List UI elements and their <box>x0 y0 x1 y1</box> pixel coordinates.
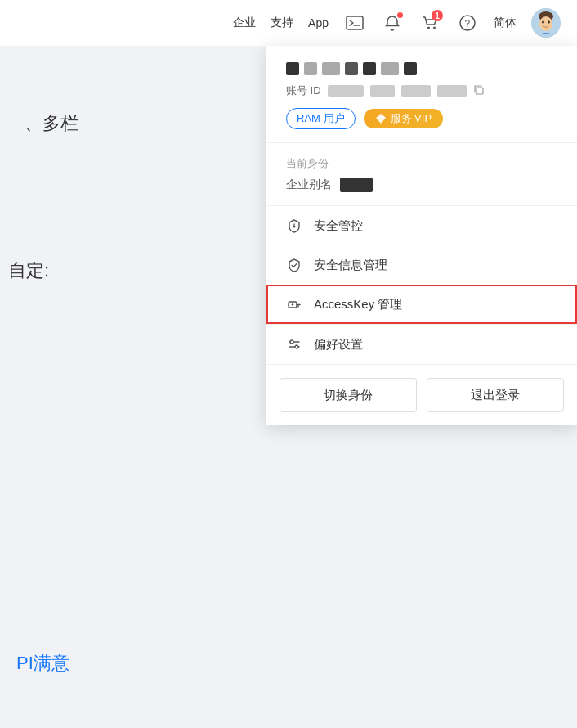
masked-id-3 <box>401 85 431 97</box>
svg-point-22 <box>290 340 293 344</box>
avatar[interactable] <box>531 8 561 38</box>
accesskey-label: AccessKey 管理 <box>314 297 402 312</box>
bell-dot <box>397 12 403 18</box>
menu-item-security-control[interactable]: 安全管控 <box>266 206 577 245</box>
key-icon <box>286 296 302 312</box>
vip-badge: 服务 VIP <box>364 109 444 128</box>
account-blocks-row <box>286 62 557 75</box>
block5 <box>363 62 376 75</box>
svg-rect-11 <box>476 88 483 94</box>
masked-id-1 <box>328 85 364 97</box>
shield-check-icon <box>286 257 302 273</box>
svg-point-19 <box>292 303 293 305</box>
diamond-icon <box>375 113 387 124</box>
nav-enterprise[interactable]: 企业 <box>233 16 256 30</box>
block4 <box>345 62 358 75</box>
bg-text-1: 、多栏 <box>25 111 78 136</box>
enterprise-alias-label: 企业别名 <box>286 178 332 192</box>
ram-user-badge: RAM 用户 <box>286 108 356 129</box>
cart-badge: 1 <box>432 10 443 21</box>
settings-icon <box>286 336 302 353</box>
block2 <box>304 62 317 75</box>
identity-section: 当前身份 企业别名 <box>266 143 577 206</box>
account-id-label: 账号 ID <box>286 83 321 98</box>
current-identity-label: 当前身份 <box>286 156 557 171</box>
nav-app[interactable]: App <box>308 16 329 29</box>
enterprise-alias-value <box>340 178 373 192</box>
masked-id-4 <box>437 85 467 97</box>
preferences-section: 偏好设置 <box>266 325 577 365</box>
svg-point-9 <box>542 21 544 24</box>
svg-point-23 <box>295 345 298 348</box>
menu-item-preferences[interactable]: 偏好设置 <box>266 325 577 364</box>
account-section: 账号 ID RAM 用户 服务 VIP <box>266 46 577 143</box>
terminal-icon[interactable] <box>343 11 366 34</box>
svg-marker-13 <box>381 114 386 119</box>
switch-identity-button[interactable]: 切换身份 <box>280 378 417 412</box>
block6 <box>381 62 399 75</box>
cart-icon[interactable]: 1 <box>418 11 441 34</box>
svg-point-10 <box>548 21 550 24</box>
bottom-buttons: 切换身份 退出登录 <box>266 365 577 425</box>
nav-lang[interactable]: 简体 <box>494 16 517 30</box>
bell-icon[interactable] <box>381 11 404 34</box>
account-id-row: 账号 ID <box>286 83 557 98</box>
block7 <box>404 62 417 75</box>
top-nav: 企业 支持 App 1 ? <box>0 0 577 46</box>
svg-rect-0 <box>347 16 363 29</box>
block3 <box>322 62 340 75</box>
identity-row: 企业别名 <box>286 178 557 192</box>
shield-icon <box>286 218 302 234</box>
svg-point-2 <box>427 27 430 29</box>
logout-button[interactable]: 退出登录 <box>427 378 564 412</box>
svg-point-8 <box>539 16 552 31</box>
menu-item-security-info[interactable]: 安全信息管理 <box>266 245 577 285</box>
block1 <box>286 62 299 75</box>
nav-support[interactable]: 支持 <box>271 16 293 30</box>
svg-text:?: ? <box>465 18 471 29</box>
user-dropdown: 账号 ID RAM 用户 服务 VIP <box>266 46 577 425</box>
help-icon[interactable]: ? <box>456 11 479 34</box>
menu-item-accesskey[interactable]: AccessKey 管理 <box>266 285 577 324</box>
bg-text-blue: PI满意 <box>16 651 69 676</box>
copy-icon[interactable] <box>473 84 485 98</box>
bg-text-2: 自定: <box>8 258 49 283</box>
svg-point-3 <box>433 27 436 29</box>
security-control-label: 安全管控 <box>314 218 363 234</box>
masked-id-2 <box>370 85 395 97</box>
preferences-label: 偏好设置 <box>314 337 363 353</box>
badges-row: RAM 用户 服务 VIP <box>286 108 557 129</box>
svg-point-14 <box>293 226 296 228</box>
menu-section: 安全管控 安全信息管理 AccessKey 管理 <box>266 206 577 325</box>
security-info-label: 安全信息管理 <box>314 258 387 273</box>
